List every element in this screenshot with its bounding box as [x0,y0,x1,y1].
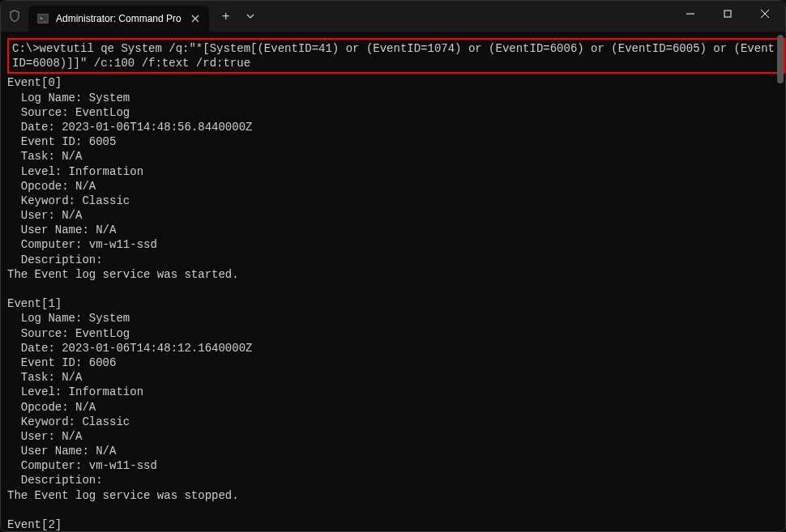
cmd-icon: >_ [36,12,49,25]
output-line: Opcode: N/A [7,179,785,194]
tab-title: Administrator: Command Pro [56,13,182,24]
output-line: User: N/A [7,208,785,223]
output-line [7,282,785,296]
output-line: Description: [7,473,785,487]
tab-dropdown-button[interactable] [238,5,263,28]
tab-close-button[interactable] [188,11,203,26]
maximize-button[interactable] [709,1,746,27]
prompt: C:\> [12,42,40,55]
output-line: Log Name: System [7,91,785,105]
terminal-content[interactable]: C:\>wevtutil qe System /q:"*[System[(Eve… [1,32,785,531]
vertical-scrollbar[interactable] [777,35,784,83]
output-line: Event ID: 6006 [7,355,785,370]
output-line: Event ID: 6005 [7,134,785,149]
new-tab-button[interactable]: + [214,5,238,28]
app-shield-icon [1,1,28,32]
output-line: User Name: N/A [7,223,785,237]
output-line: Event[0] [7,75,785,90]
output-line [7,503,785,517]
output-line: Source: EventLog [7,326,785,341]
window-titlebar: >_ Administrator: Command Pro + [1,1,785,32]
output-line: Level: Information [7,164,785,179]
command-line: C:\>wevtutil qe System /q:"*[System[(Eve… [12,41,780,70]
output-line: Date: 2023-01-06T14:48:56.8440000Z [7,120,785,134]
svg-text:>_: >_ [40,15,47,22]
command-highlight-box: C:\>wevtutil qe System /q:"*[System[(Eve… [7,38,785,74]
window-controls [672,1,784,32]
terminal-output: Event[0] Log Name: System Source: EventL… [7,75,785,531]
output-line: User Name: N/A [7,444,785,458]
minimize-button[interactable] [672,1,709,27]
output-line: Computer: vm-w11-ssd [7,458,785,473]
titlebar-left: >_ Administrator: Command Pro + [1,1,263,32]
output-line: Opcode: N/A [7,400,785,415]
output-line: The Event log service was stopped. [7,488,785,503]
output-line: Task: N/A [7,370,785,385]
output-line: Task: N/A [7,149,785,164]
output-line: Date: 2023-01-06T14:48:12.1640000Z [7,341,785,355]
output-line: Event[1] [7,296,785,311]
command-text: wevtutil qe System /q:"*[System[(EventID… [12,42,775,70]
output-line: User: N/A [7,429,785,444]
output-line: Description: [7,253,785,267]
terminal-tab[interactable]: >_ Administrator: Command Pro [28,6,209,32]
output-line: Source: EventLog [7,105,785,120]
output-line: Event[2] [7,517,785,531]
output-line: Keyword: Classic [7,194,785,208]
svg-rect-2 [724,11,731,17]
output-line: The Event log service was started. [7,267,785,282]
output-line: Log Name: System [7,311,785,326]
close-button[interactable] [746,1,784,27]
output-line: Keyword: Classic [7,415,785,429]
output-line: Level: Information [7,385,785,399]
output-line: Computer: vm-w11-ssd [7,237,785,252]
